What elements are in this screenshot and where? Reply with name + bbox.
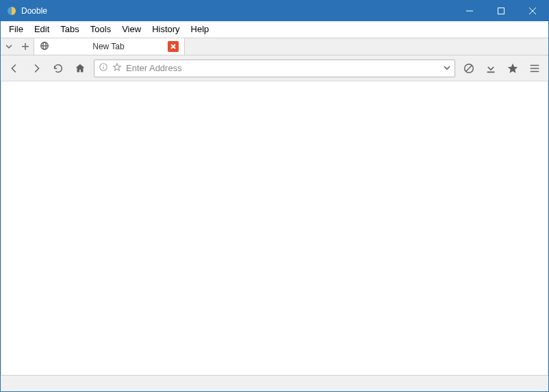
status-bar <box>1 375 548 391</box>
menu-button[interactable] <box>526 60 543 77</box>
menu-tabs[interactable]: Tabs <box>55 21 84 38</box>
window-title: Dooble <box>21 6 47 16</box>
favorites-button[interactable] <box>505 60 521 77</box>
svg-marker-19 <box>508 63 518 73</box>
minimize-button[interactable] <box>454 1 485 21</box>
tab-active[interactable]: New Tab <box>34 38 185 55</box>
address-bar[interactable] <box>94 60 455 77</box>
downloads-button[interactable] <box>483 60 499 77</box>
address-input[interactable] <box>126 63 439 73</box>
menu-view[interactable]: View <box>116 21 146 38</box>
menu-history[interactable]: History <box>146 21 185 38</box>
menu-edit[interactable]: Edit <box>29 21 55 38</box>
menu-help[interactable]: Help <box>186 21 215 38</box>
home-button[interactable] <box>72 60 88 77</box>
svg-rect-18 <box>487 71 495 73</box>
tabstrip: New Tab <box>1 38 548 55</box>
site-info-icon[interactable] <box>99 62 108 74</box>
block-button[interactable] <box>461 60 477 77</box>
window: Dooble File Edit Tabs Tools View History… <box>0 0 549 392</box>
menu-tools[interactable]: Tools <box>85 21 116 38</box>
titlebar[interactable]: Dooble <box>1 1 548 21</box>
svg-marker-15 <box>114 64 121 70</box>
app-icon <box>6 5 17 16</box>
new-tab-button[interactable] <box>17 38 34 55</box>
tab-label: New Tab <box>53 42 164 51</box>
address-dropdown[interactable] <box>444 63 450 73</box>
menubar: File Edit Tabs Tools View History Help <box>1 21 548 38</box>
menu-file[interactable]: File <box>3 21 29 38</box>
maximize-button[interactable] <box>485 1 517 21</box>
nav-toolbar <box>1 55 548 81</box>
svg-line-17 <box>466 65 472 71</box>
page-content <box>1 81 548 375</box>
globe-icon <box>40 41 49 53</box>
reload-button[interactable] <box>50 60 66 77</box>
close-window-button[interactable] <box>517 1 548 21</box>
svg-rect-2 <box>498 8 505 14</box>
svg-point-14 <box>103 65 103 66</box>
bookmark-icon[interactable] <box>112 62 122 74</box>
forward-button[interactable] <box>28 60 44 77</box>
tab-list-dropdown[interactable] <box>1 38 17 55</box>
close-tab-button[interactable] <box>168 41 179 52</box>
back-button[interactable] <box>6 60 23 77</box>
